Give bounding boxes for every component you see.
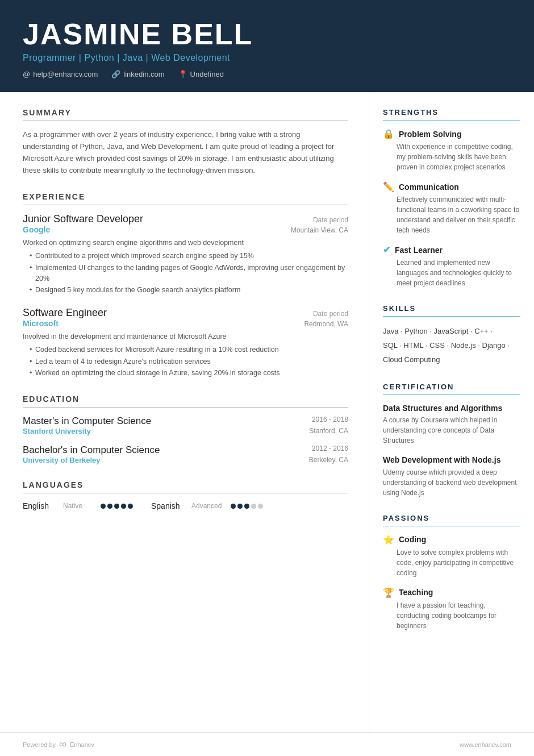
candidate-subtitle: Programmer | Python | Java | Web Develop… — [23, 53, 511, 63]
edu-school-1: Stanford University — [23, 427, 91, 435]
dot — [244, 504, 249, 509]
footer: Powered by ∞ Enhancv www.enhancv.com — [0, 732, 534, 756]
edu-school-row-1: Stanford University Stanford, CA — [23, 427, 348, 435]
communication-icon: ✏️ — [383, 181, 394, 192]
skills-line-1: Java · Python · JavaScript · C++ · — [383, 325, 520, 339]
lang-dots-2 — [231, 504, 263, 509]
passion-header-1: ⭐ Coding — [383, 534, 520, 545]
right-column: STRENGTHS 🔒 Problem Solving With experie… — [369, 92, 534, 732]
bullet-item: Contributed to a project which improved … — [30, 251, 348, 261]
edu-dates-1: 2016 - 2018 — [312, 416, 348, 427]
strength-desc-1: With experience in competitive coding, m… — [383, 142, 520, 172]
job-bullets-2: Coded backend services for Microsoft Azu… — [23, 344, 348, 379]
bullet-item: Implemented UI changes to the landing pa… — [30, 263, 348, 284]
passion-name-1: Coding — [399, 535, 426, 544]
header-section: JASMINE BELL Programmer | Python | Java … — [0, 0, 534, 92]
cert-title-1: Data Structures and Algorithms — [383, 403, 520, 413]
footer-brand: Powered by ∞ Enhancv — [23, 738, 94, 750]
contact-row: @ help@enhancv.com 🔗 linkedin.com 📍 Unde… — [23, 70, 511, 78]
strength-item-1: 🔒 Problem Solving With experience in com… — [383, 128, 520, 172]
passion-desc-2: I have a passion for teaching, conductin… — [383, 600, 520, 631]
strengths-section: STRENGTHS 🔒 Problem Solving With experie… — [383, 108, 520, 288]
languages-section: LANGUAGES English Native Spanish Advance… — [23, 480, 348, 510]
footer-website: www.enhancv.com — [460, 741, 511, 748]
job-title-1: Junior Software Developer — [23, 213, 143, 225]
edu-header-2: Bachelor's in Computer Science 2012 - 20… — [23, 445, 348, 456]
strength-header-3: ✔ Fast Learner — [383, 244, 520, 255]
edu-degree-1: Master's in Computer Science — [23, 416, 151, 427]
cert-item-2: Web Development with Node.js Udemy cours… — [383, 455, 520, 497]
job-company-2: Microsoft — [23, 319, 59, 328]
job-header-1: Junior Software Developer Date period — [23, 213, 348, 225]
job-date-1: Date period — [313, 216, 348, 224]
dot — [231, 504, 236, 509]
strengths-title: STRENGTHS — [383, 108, 520, 121]
fast-learner-icon: ✔ — [383, 244, 390, 255]
passion-item-2: 🏆 Teaching I have a passion for teaching… — [383, 587, 520, 631]
cert-item-1: Data Structures and Algorithms A course … — [383, 403, 520, 446]
dot — [258, 504, 263, 509]
dot — [251, 504, 256, 509]
experience-section: EXPERIENCE Junior Software Developer Dat… — [23, 192, 348, 379]
dot — [128, 504, 133, 509]
left-column: SUMMARY As a programmer with over 2 year… — [0, 92, 369, 732]
contact-linkedin: 🔗 linkedin.com — [111, 70, 164, 78]
bullet-item: Led a team of 4 to redesign Azure's noti… — [30, 356, 348, 367]
dot — [107, 504, 112, 509]
enhancv-logo-icon: ∞ — [59, 738, 66, 750]
job-desc-1: Worked on optimizing search engine algor… — [23, 238, 348, 248]
strength-item-3: ✔ Fast Learner Learned and implemented n… — [383, 244, 520, 288]
passions-section: PASSIONS ⭐ Coding Love to solve complex … — [383, 514, 520, 631]
job-title-2: Software Engineer — [23, 307, 107, 319]
languages-title: LANGUAGES — [23, 480, 348, 493]
edu-location-2: Berkeley, CA — [309, 456, 348, 464]
summary-section: SUMMARY As a programmer with over 2 year… — [23, 108, 348, 176]
strength-desc-2: Effectively communicated with multi-func… — [383, 194, 520, 235]
coding-icon: ⭐ — [383, 534, 394, 545]
strength-item-2: ✏️ Communication Effectively communicate… — [383, 181, 520, 235]
strength-name-1: Problem Solving — [399, 130, 461, 139]
problem-solving-icon: 🔒 — [383, 128, 394, 139]
job-desc-2: Involved in the development and maintena… — [23, 331, 348, 342]
bullet-item: Designed 5 key modules for the Google se… — [30, 285, 348, 296]
strength-name-2: Communication — [399, 182, 459, 192]
lang-level-1: Native — [63, 502, 91, 510]
location-icon: 📍 — [178, 70, 187, 78]
dot — [237, 504, 243, 509]
candidate-name: JASMINE BELL — [23, 18, 511, 51]
job-date-2: Date period — [313, 310, 348, 318]
edu-school-row-2: University of Berkeley Berkeley, CA — [23, 456, 348, 464]
certification-title: CERTIFICATION — [383, 383, 520, 395]
job-entry-2: Software Engineer Date period Microsoft … — [23, 307, 348, 379]
dot — [114, 504, 119, 509]
skills-line-3: Cloud Computing — [383, 353, 520, 367]
powered-by-text: Powered by — [23, 741, 56, 748]
contact-location: 📍 Undefined — [178, 70, 224, 78]
passion-desc-1: Love to solve complex problems with code… — [383, 547, 520, 578]
edu-dates-2: 2012 - 2016 — [312, 445, 348, 456]
strength-desc-3: Learned and implemented new languages an… — [383, 257, 520, 288]
bullet-item: Worked on optimizing the cloud storage i… — [30, 368, 348, 379]
summary-title: SUMMARY — [23, 108, 348, 121]
edu-degree-2: Bachelor's in Computer Science — [23, 445, 160, 456]
edu-school-2: University of Berkeley — [23, 456, 101, 464]
passion-item-1: ⭐ Coding Love to solve complex problems … — [383, 534, 520, 578]
job-entry-1: Junior Software Developer Date period Go… — [23, 213, 348, 296]
passion-header-2: 🏆 Teaching — [383, 587, 520, 598]
passion-name-2: Teaching — [399, 588, 433, 597]
strength-header-2: ✏️ Communication — [383, 181, 520, 192]
job-bullets-1: Contributed to a project which improved … — [23, 251, 348, 296]
skills-line-2: SQL · HTML · CSS · Node.js · Django · — [383, 339, 520, 353]
cert-desc-2: Udemy course which provided a deep under… — [383, 467, 520, 498]
passions-title: PASSIONS — [383, 514, 520, 526]
skills-text: Java · Python · JavaScript · C++ · SQL ·… — [383, 325, 520, 367]
lang-dots-1 — [101, 504, 133, 509]
job-location-2: Redmond, WA — [304, 320, 348, 328]
job-company-row-2: Microsoft Redmond, WA — [23, 319, 348, 328]
strength-header-1: 🔒 Problem Solving — [383, 128, 520, 139]
skills-title: SKILLS — [383, 304, 520, 317]
edu-location-1: Stanford, CA — [309, 427, 348, 435]
languages-row: English Native Spanish Advanced — [23, 501, 348, 510]
teaching-icon: 🏆 — [383, 587, 394, 598]
edu-entry-2: Bachelor's in Computer Science 2012 - 20… — [23, 445, 348, 464]
